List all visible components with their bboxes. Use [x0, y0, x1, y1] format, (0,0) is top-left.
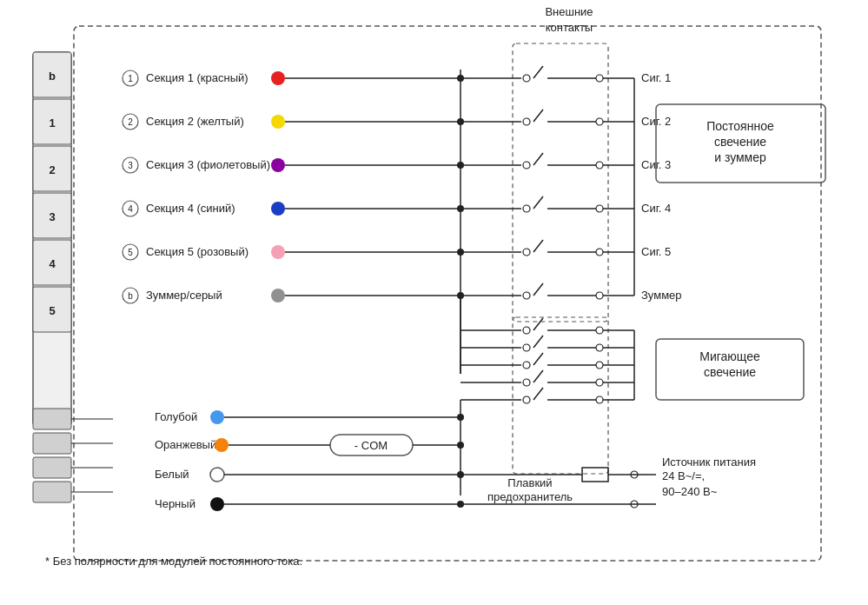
svg-text:Оранжевый: Оранжевый [155, 438, 216, 451]
svg-point-29 [271, 158, 285, 172]
svg-point-134 [596, 396, 603, 403]
svg-line-128 [533, 370, 543, 382]
svg-text:Секция 1 (красный): Секция 1 (красный) [146, 71, 248, 84]
svg-text:b: b [128, 291, 133, 301]
svg-text:Зуммер/серый: Зуммер/серый [146, 289, 222, 302]
svg-line-81 [533, 196, 543, 209]
svg-point-33 [271, 202, 285, 216]
svg-point-117 [523, 344, 530, 351]
svg-text:Черный: Черный [155, 497, 195, 510]
svg-point-114 [596, 327, 603, 334]
svg-text:Голубой: Голубой [155, 410, 197, 423]
svg-rect-166 [582, 468, 608, 482]
svg-text:4: 4 [128, 204, 133, 214]
svg-point-68 [596, 118, 603, 125]
svg-text:* Без полярности для модулей п: * Без полярности для модулей постоянного… [45, 555, 302, 568]
svg-text:Сиг. 1: Сиг. 1 [641, 71, 671, 84]
svg-text:- COM: - COM [354, 439, 388, 452]
svg-text:Зуммер: Зуммер [641, 289, 682, 302]
svg-text:5: 5 [128, 248, 133, 257]
svg-point-82 [596, 205, 603, 212]
svg-line-113 [533, 318, 543, 330]
svg-point-75 [596, 162, 603, 169]
svg-text:Белый: Белый [155, 468, 189, 481]
svg-point-96 [596, 292, 603, 299]
svg-text:контакты: контакты [546, 21, 593, 34]
svg-line-118 [533, 336, 543, 348]
svg-text:Мигающее: Мигающее [699, 349, 760, 363]
svg-text:Сиг. 5: Сиг. 5 [641, 245, 671, 258]
svg-text:Внешние: Внешние [545, 5, 593, 18]
svg-point-146 [215, 438, 229, 452]
svg-point-132 [523, 396, 530, 403]
svg-rect-14 [33, 409, 71, 429]
svg-text:Секция 2 (желтый): Секция 2 (желтый) [146, 115, 244, 128]
svg-text:Секция 5 (розовый): Секция 5 (розовый) [146, 245, 248, 258]
svg-text:3: 3 [49, 210, 55, 223]
svg-text:и зуммер: и зуммер [714, 150, 766, 164]
svg-text:предохранитель: предохранитель [487, 490, 573, 503]
svg-text:2: 2 [49, 163, 55, 176]
svg-point-66 [523, 118, 530, 125]
svg-text:5: 5 [49, 304, 55, 317]
svg-point-59 [523, 75, 530, 82]
svg-point-73 [523, 162, 530, 169]
wiring-diagram-svg: b 1 2 3 4 5 1 Секция 1 (красный) 2 Секци… [0, 0, 868, 605]
svg-text:Постоянное: Постоянное [706, 119, 774, 133]
svg-text:24 В~/=,: 24 В~/=, [662, 469, 705, 482]
svg-point-89 [596, 249, 603, 256]
svg-point-80 [523, 205, 530, 212]
svg-text:1: 1 [128, 74, 133, 83]
svg-line-60 [533, 66, 543, 78]
svg-rect-17 [33, 482, 71, 502]
svg-line-123 [533, 353, 543, 365]
svg-point-158 [210, 497, 224, 511]
svg-line-88 [533, 240, 543, 252]
svg-text:свечение: свечение [704, 365, 756, 379]
diagram-container: b 1 2 3 4 5 1 Секция 1 (красный) 2 Секци… [0, 0, 868, 605]
svg-point-122 [523, 362, 530, 369]
svg-text:90–240 В~: 90–240 В~ [662, 485, 718, 498]
svg-line-67 [533, 110, 543, 122]
svg-text:4: 4 [49, 257, 56, 270]
svg-text:1: 1 [49, 116, 55, 130]
svg-point-37 [271, 245, 285, 259]
svg-point-21 [271, 71, 285, 85]
svg-text:Сиг. 4: Сиг. 4 [641, 202, 671, 215]
svg-point-142 [210, 410, 224, 424]
svg-point-25 [271, 115, 285, 129]
svg-point-61 [596, 75, 603, 82]
svg-text:Источник питания: Источник питания [662, 455, 756, 469]
svg-text:Плавкий: Плавкий [507, 476, 552, 489]
svg-point-154 [210, 468, 224, 482]
svg-text:свечение: свечение [714, 135, 766, 149]
svg-text:Секция 3 (фиолетовый): Секция 3 (фиолетовый) [146, 158, 270, 171]
svg-rect-16 [33, 457, 71, 478]
svg-line-133 [533, 388, 543, 400]
svg-point-127 [523, 379, 530, 386]
svg-rect-15 [33, 433, 71, 454]
svg-point-124 [596, 362, 603, 369]
svg-rect-105 [513, 317, 608, 474]
svg-point-87 [523, 249, 530, 256]
svg-text:Секция 4 (синий): Секция 4 (синий) [146, 202, 235, 215]
svg-point-94 [523, 292, 530, 299]
svg-text:2: 2 [128, 117, 133, 127]
svg-point-112 [523, 327, 530, 334]
svg-point-119 [596, 344, 603, 351]
svg-point-41 [271, 289, 285, 302]
svg-point-129 [596, 379, 603, 386]
svg-text:3: 3 [128, 161, 133, 170]
svg-rect-55 [513, 43, 608, 322]
svg-text:b: b [49, 70, 56, 83]
svg-line-74 [533, 153, 543, 165]
svg-line-95 [533, 283, 543, 296]
